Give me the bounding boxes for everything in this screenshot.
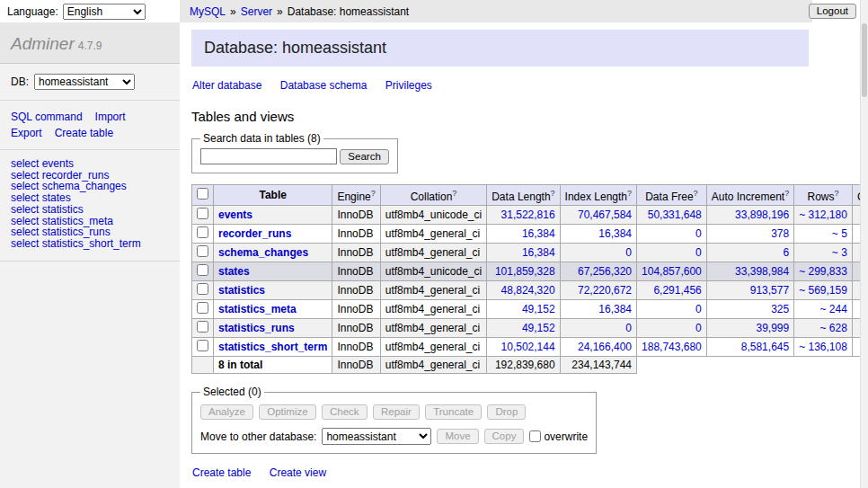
database-actions: Alter database Database schema Privilege…	[192, 79, 860, 92]
table-header-row: Table Engine? Collation? Data Length? In…	[192, 185, 861, 206]
row-checkbox[interactable]	[197, 264, 208, 276]
table-link[interactable]: statistics_meta	[218, 303, 297, 315]
breadcrumb-link-server[interactable]: Server	[241, 5, 272, 18]
breadcrumb: MySQL » Server » Database: homeassistant	[180, 0, 812, 22]
sidebar-link-import[interactable]: Import	[95, 111, 126, 123]
selected-fieldset: Selected (0) Analyze Optimize Check Repa…	[191, 386, 597, 454]
sidebar-table-link-statistics-short-term[interactable]: select statistics_short_term	[11, 238, 169, 250]
row-checkbox[interactable]	[197, 321, 208, 333]
overwrite-label: overwrite	[544, 430, 588, 443]
row-checkbox[interactable]	[197, 283, 208, 295]
table-row: statistics InnoDB utf8mb4_general_ci 48,…	[192, 281, 861, 300]
table-total-row: 8 in total InnoDB utf8mb4_general_ci 192…	[192, 357, 861, 374]
table-row: recorder_runs InnoDB utf8mb4_general_ci …	[192, 225, 861, 244]
logout-button[interactable]: Logout	[809, 4, 856, 19]
optimize-button[interactable]: Optimize	[259, 404, 315, 420]
row-checkbox[interactable]	[197, 245, 208, 257]
column-header-collation: Collation?	[380, 185, 486, 206]
vertical-scrollbar[interactable]	[860, 0, 868, 488]
column-header-auto-increment: Auto Increment?	[706, 185, 793, 206]
sidebar-table-link-statistics[interactable]: select statistics	[11, 204, 169, 216]
truncate-button[interactable]: Truncate	[425, 404, 482, 420]
table-row: schema_changes InnoDB utf8mb4_general_ci…	[192, 244, 861, 262]
create-table-link[interactable]: Create table	[192, 466, 251, 479]
main-content: Database: homeassistant Alter database D…	[180, 22, 860, 488]
column-header-data-length: Data Length?	[487, 185, 560, 206]
db-label: DB:	[11, 75, 29, 88]
table-link[interactable]: schema_changes	[218, 246, 308, 259]
table-row: statistics_meta InnoDB utf8mb4_general_c…	[192, 300, 861, 319]
tables-section-title: Tables and views	[191, 109, 860, 124]
move-database-select[interactable]: homeassistant	[322, 428, 431, 445]
search-legend: Search data in tables (8)	[200, 132, 323, 145]
sidebar-table-list: select events select recorder_runs selec…	[0, 150, 180, 262]
privileges-link[interactable]: Privileges	[385, 79, 432, 92]
sidebar-actions: SQL commandImport ExportCreate table	[0, 101, 180, 150]
select-all-checkbox[interactable]	[197, 188, 208, 200]
sidebar-table-link-events[interactable]: select events	[11, 158, 169, 170]
column-header-table: Table	[214, 185, 332, 206]
table-link[interactable]: statistics_short_term	[218, 341, 327, 353]
check-button[interactable]: Check	[322, 404, 368, 420]
db-select[interactable]: homeassistant	[34, 74, 135, 90]
move-label: Move to other database:	[200, 430, 316, 443]
table-row: statistics_short_term InnoDB utf8mb4_gen…	[192, 338, 861, 357]
selected-legend: Selected (0)	[200, 386, 264, 398]
app-version: 4.7.9	[78, 40, 102, 52]
table-link[interactable]: statistics_runs	[218, 322, 295, 334]
row-checkbox[interactable]	[197, 208, 208, 219]
row-checkbox[interactable]	[197, 226, 208, 238]
breadcrumb-separator: »	[277, 5, 283, 18]
sidebar-link-export[interactable]: Export	[11, 127, 42, 139]
alter-database-link[interactable]: Alter database	[192, 79, 261, 92]
create-links: Create table Create view	[192, 466, 860, 479]
page-title: Database: homeassistant	[191, 30, 809, 67]
table-link[interactable]: statistics	[218, 284, 265, 297]
database-schema-link[interactable]: Database schema	[280, 79, 368, 92]
table-link[interactable]: recorder_runs	[218, 227, 291, 240]
column-header-engine: Engine?	[332, 185, 380, 206]
adminer-logo: Adminer	[11, 34, 75, 53]
drop-button[interactable]: Drop	[487, 404, 526, 420]
copy-button[interactable]: Copy	[484, 429, 525, 444]
breadcrumb-separator: »	[230, 5, 236, 18]
tables-list: Table Engine? Collation? Data Length? In…	[191, 184, 860, 374]
language-bar: Language: English	[0, 0, 180, 22]
language-label: Language:	[7, 5, 58, 18]
column-header-data-free: Data Free?	[637, 185, 707, 206]
table-link[interactable]: events	[218, 209, 252, 221]
row-checkbox[interactable]	[197, 340, 208, 351]
overwrite-checkbox[interactable]	[529, 430, 541, 442]
table-link[interactable]: states	[218, 265, 250, 278]
search-input[interactable]	[200, 148, 337, 164]
language-select[interactable]: English	[63, 4, 146, 20]
sidebar-link-sql-command[interactable]: SQL command	[11, 111, 83, 123]
repair-button[interactable]: Repair	[373, 404, 420, 420]
total-label: 8 in total	[214, 357, 332, 374]
move-database-row: Move to other database: homeassistant Mo…	[200, 428, 588, 445]
search-fieldset: Search data in tables (8) Search	[191, 132, 398, 173]
overwrite-option: overwrite	[529, 430, 588, 443]
db-selector-section: DB: homeassistant	[0, 64, 180, 101]
column-header-rows: Rows?	[794, 185, 853, 206]
column-header-index-length: Index Length?	[560, 185, 636, 206]
create-view-link[interactable]: Create view	[270, 466, 326, 479]
table-row: events InnoDB utf8mb4_unicode_ci 31,522,…	[192, 206, 861, 225]
move-button[interactable]: Move	[437, 429, 478, 444]
app-header: Adminer4.7.9	[0, 22, 180, 64]
table-row: states InnoDB utf8mb4_unicode_ci 101,859…	[192, 262, 861, 281]
sidebar: Adminer4.7.9 DB: homeassistant SQL comma…	[0, 22, 180, 488]
row-checkbox[interactable]	[197, 302, 208, 314]
selected-actions: Analyze Optimize Check Repair Truncate D…	[200, 404, 588, 420]
breadcrumb-current: Database: homeassistant	[288, 5, 409, 18]
search-button[interactable]: Search	[340, 149, 388, 164]
analyze-button[interactable]: Analyze	[200, 404, 253, 420]
table-row: statistics_runs InnoDB utf8mb4_general_c…	[192, 319, 861, 338]
scrollbar-thumb[interactable]	[862, 23, 867, 97]
breadcrumb-link-mysql[interactable]: MySQL	[190, 5, 226, 18]
sidebar-link-create-table[interactable]: Create table	[55, 127, 113, 139]
column-header-comment: Comment?	[852, 185, 860, 206]
sidebar-table-link-states[interactable]: select states	[11, 192, 169, 204]
